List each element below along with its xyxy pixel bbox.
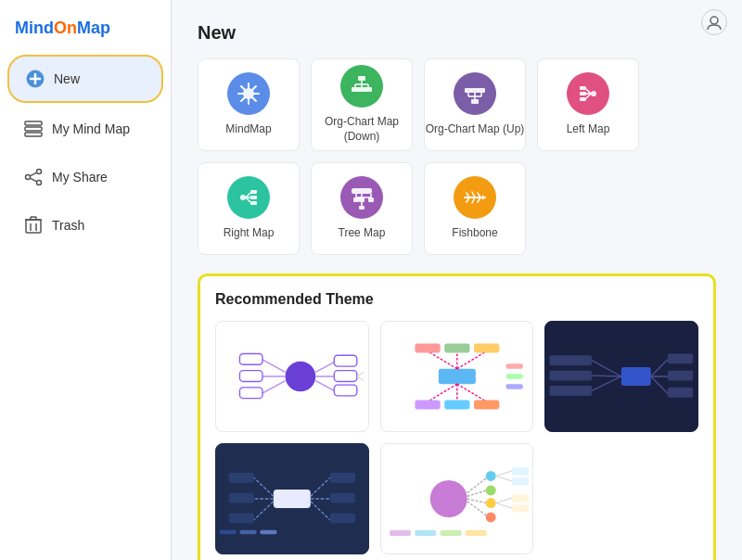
svg-rect-5 (25, 133, 42, 136)
svg-rect-28 (358, 76, 365, 81)
theme-card-2[interactable] (380, 321, 534, 432)
svg-line-81 (262, 381, 286, 394)
svg-rect-104 (444, 400, 469, 409)
svg-rect-112 (550, 386, 592, 396)
user-avatar[interactable] (701, 9, 727, 35)
map-card-right-map[interactable]: Right Map (198, 162, 300, 255)
svg-rect-52 (580, 97, 586, 101)
svg-rect-160 (466, 530, 487, 536)
right-map-label: Right Map (224, 226, 275, 241)
theme-card-3[interactable] (544, 321, 698, 432)
svg-point-53 (240, 195, 246, 200)
map-type-grid: MindMap Org-Chart Map(Down) (198, 58, 716, 255)
svg-line-27 (241, 97, 245, 101)
svg-line-144 (467, 502, 486, 515)
svg-rect-66 (359, 197, 365, 202)
svg-point-18 (710, 17, 718, 24)
svg-rect-4 (25, 127, 42, 131)
svg-rect-34 (352, 87, 359, 92)
svg-rect-155 (512, 494, 529, 502)
sidebar-new-label: New (54, 71, 80, 86)
svg-rect-59 (250, 201, 257, 205)
map-card-fishbone[interactable]: Fishbone (424, 162, 526, 255)
svg-rect-105 (474, 400, 499, 409)
recommended-title: Recommended Theme (215, 291, 698, 308)
fishbone-label: Fishbone (452, 226, 497, 241)
svg-rect-130 (229, 513, 254, 523)
org-chart-down-icon (340, 65, 383, 108)
svg-point-46 (591, 91, 596, 96)
plus-circle-icon (24, 68, 46, 90)
svg-rect-107 (505, 374, 522, 378)
theme-card-5[interactable] (380, 443, 534, 554)
svg-rect-45 (471, 99, 479, 104)
tree-map-label: Tree Map (339, 226, 386, 241)
svg-rect-36 (365, 87, 372, 92)
sidebar-item-new[interactable]: New (7, 55, 163, 103)
theme-card-4[interactable] (215, 443, 369, 554)
svg-line-10 (30, 178, 36, 182)
map-card-org-chart-down[interactable]: Org-Chart Map(Down) (311, 58, 413, 151)
theme-card-1[interactable] (215, 321, 369, 432)
svg-rect-89 (334, 371, 357, 382)
svg-marker-77 (482, 195, 485, 200)
svg-rect-58 (250, 196, 257, 199)
svg-rect-108 (505, 384, 522, 388)
map-card-left-map[interactable]: Left Map (537, 58, 639, 151)
svg-point-78 (286, 362, 316, 392)
new-section-title: New (198, 22, 716, 44)
main-content: New MindMap (172, 0, 742, 560)
mindmap-icon (227, 72, 270, 115)
svg-line-85 (315, 363, 334, 373)
map-card-tree-map[interactable]: Tree Map (311, 162, 413, 255)
svg-line-79 (262, 360, 286, 373)
svg-rect-99 (474, 344, 499, 353)
svg-point-148 (485, 513, 495, 523)
svg-rect-84 (239, 388, 262, 399)
svg-rect-98 (444, 344, 469, 353)
map-card-mindmap[interactable]: MindMap (198, 58, 300, 151)
svg-rect-106 (505, 363, 522, 368)
svg-rect-159 (440, 530, 461, 536)
svg-point-145 (485, 471, 495, 481)
svg-line-96 (456, 351, 486, 369)
svg-rect-65 (353, 197, 359, 202)
sidebar: MindOnMap New My Mind Map (0, 0, 172, 560)
svg-line-87 (315, 381, 334, 391)
svg-rect-129 (229, 493, 254, 503)
sidebar-item-my-share[interactable]: My Share (7, 155, 163, 199)
svg-rect-3 (25, 121, 42, 125)
svg-line-154 (495, 503, 511, 508)
svg-rect-120 (668, 353, 693, 363)
svg-line-114 (592, 375, 621, 376)
mindmap-label: MindMap (225, 122, 271, 137)
fishbone-icon (454, 176, 496, 219)
sidebar-item-my-mind-map[interactable]: My Mind Map (7, 107, 163, 151)
svg-rect-37 (465, 88, 472, 93)
svg-point-8 (37, 181, 42, 185)
left-map-icon (567, 72, 609, 115)
svg-rect-35 (358, 87, 365, 92)
org-chart-up-label: Org-Chart Map (Up) (426, 122, 525, 137)
svg-rect-11 (26, 220, 41, 233)
svg-point-7 (26, 175, 31, 180)
sidebar-trash-label: Trash (52, 218, 84, 233)
svg-rect-151 (512, 467, 529, 475)
org-chart-up-icon (454, 72, 496, 115)
svg-point-6 (37, 170, 42, 174)
svg-line-102 (456, 384, 486, 401)
svg-line-92 (357, 376, 364, 381)
svg-line-94 (428, 351, 457, 369)
map-card-org-chart-up[interactable]: Org-Chart Map (Up) (424, 58, 526, 151)
svg-line-25 (252, 97, 256, 101)
user-avatar-area (701, 9, 727, 35)
theme-grid (215, 321, 698, 554)
sidebar-item-trash[interactable]: Trash (7, 203, 163, 248)
svg-line-153 (495, 498, 511, 503)
svg-rect-39 (478, 88, 485, 93)
org-chart-down-label: Org-Chart Map(Down) (325, 115, 399, 144)
svg-line-91 (357, 372, 364, 376)
svg-line-143 (467, 499, 486, 503)
svg-rect-122 (668, 388, 693, 398)
svg-line-9 (30, 172, 36, 176)
